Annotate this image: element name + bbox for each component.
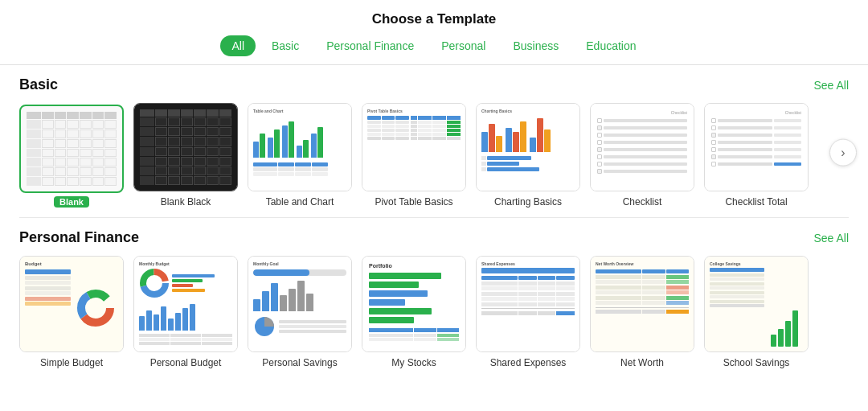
label-shared-expenses: Shared Expenses — [490, 357, 567, 368]
template-charting-basics[interactable]: Charting Basics — [476, 103, 580, 208]
basic-section: Basic See All — [0, 65, 868, 217]
pf-section-title: Personal Finance — [19, 229, 139, 246]
basic-scroll-right[interactable]: › — [829, 139, 857, 166]
tab-education[interactable]: Education — [575, 35, 647, 56]
page-title: Choose a Template — [0, 11, 868, 27]
tab-basic[interactable]: Basic — [260, 35, 310, 56]
template-checklist-total[interactable]: Checklist Checklist Total — [704, 103, 809, 208]
label-pivot-table: Pivot Table Basics — [375, 196, 452, 208]
tab-personal-finance[interactable]: Personal Finance — [315, 35, 425, 56]
thumb-pivot-table: Pivot Table Basics — [362, 103, 466, 191]
label-checklist-total: Checklist Total — [725, 196, 787, 208]
thumb-checklist: Checklist — [590, 103, 694, 191]
tab-all[interactable]: All — [220, 35, 256, 56]
label-simple-budget: Simple Budget — [40, 357, 103, 368]
tab-business[interactable]: Business — [502, 35, 570, 56]
label-my-stocks: My Stocks — [391, 357, 436, 368]
basic-templates-row: Blank Blank Black — [19, 103, 849, 208]
template-net-worth[interactable]: Net Worth Overview Net Worth — [590, 256, 694, 368]
thumb-charting-basics: Charting Basics — [476, 103, 580, 191]
blank-preview — [21, 106, 122, 191]
tab-personal[interactable]: Personal — [430, 35, 497, 56]
basic-section-header: Basic See All — [19, 76, 849, 93]
template-my-stocks[interactable]: Portfolio — [362, 256, 466, 368]
thumb-table-chart: Table and Chart — [248, 103, 352, 191]
basic-see-all[interactable]: See All — [813, 79, 849, 92]
svg-rect-11 — [785, 321, 791, 347]
basic-section-title: Basic — [19, 76, 58, 93]
label-checklist: Checklist — [623, 196, 662, 208]
label-personal-budget: Personal Budget — [150, 357, 222, 368]
label-school-savings: School Savings — [723, 357, 790, 368]
svg-rect-10 — [778, 329, 784, 347]
template-simple-budget[interactable]: Budget — [19, 256, 124, 368]
thumb-my-stocks: Portfolio — [362, 256, 466, 352]
pf-see-all[interactable]: See All — [813, 232, 849, 245]
template-personal-savings[interactable]: Monthly Goal — [248, 256, 352, 368]
thumb-simple-budget: Budget — [19, 256, 124, 352]
label-charting-basics: Charting Basics — [494, 196, 562, 208]
svg-rect-9 — [771, 335, 776, 347]
label-blank-black: Blank Black — [161, 196, 211, 208]
pf-templates-row: Budget — [19, 256, 849, 368]
thumb-blank-black — [133, 103, 238, 191]
thumb-school-savings: College Savings — [704, 256, 809, 352]
template-checklist[interactable]: Checklist Checklist — [590, 103, 694, 208]
thumb-net-worth: Net Worth Overview — [590, 256, 694, 352]
page-header: Choose a Template All Basic Personal Fin… — [0, 0, 868, 65]
svg-point-3 — [88, 301, 103, 315]
thumb-personal-budget: Monthly Budget — [133, 256, 238, 352]
template-blank[interactable]: Blank — [19, 105, 124, 208]
personal-finance-section: Personal Finance See All Budget — [0, 218, 868, 378]
template-table-chart[interactable]: Table and Chart — [248, 103, 352, 208]
label-table-chart: Table and Chart — [266, 196, 334, 208]
blank-badge: Blank — [54, 196, 89, 208]
template-pivot-table[interactable]: Pivot Table Basics — [362, 103, 466, 208]
filter-tabs: All Basic Personal Finance Personal Busi… — [0, 35, 868, 56]
pf-section-header: Personal Finance See All — [19, 229, 849, 246]
thumb-shared-expenses: Shared Expenses — [476, 256, 580, 352]
thumb-checklist-total: Checklist — [704, 103, 809, 191]
template-personal-budget[interactable]: Monthly Budget — [133, 256, 238, 368]
label-personal-savings: Personal Savings — [262, 357, 337, 368]
template-school-savings[interactable]: College Savings — [704, 256, 809, 368]
template-shared-expenses[interactable]: Shared Expenses Sha — [476, 256, 580, 368]
template-blank-black[interactable]: Blank Black — [133, 103, 238, 208]
label-net-worth: Net Worth — [620, 357, 664, 368]
thumb-blank — [19, 105, 124, 193]
svg-rect-12 — [792, 310, 798, 347]
svg-point-7 — [149, 277, 160, 289]
thumb-personal-savings: Monthly Goal — [248, 256, 352, 352]
